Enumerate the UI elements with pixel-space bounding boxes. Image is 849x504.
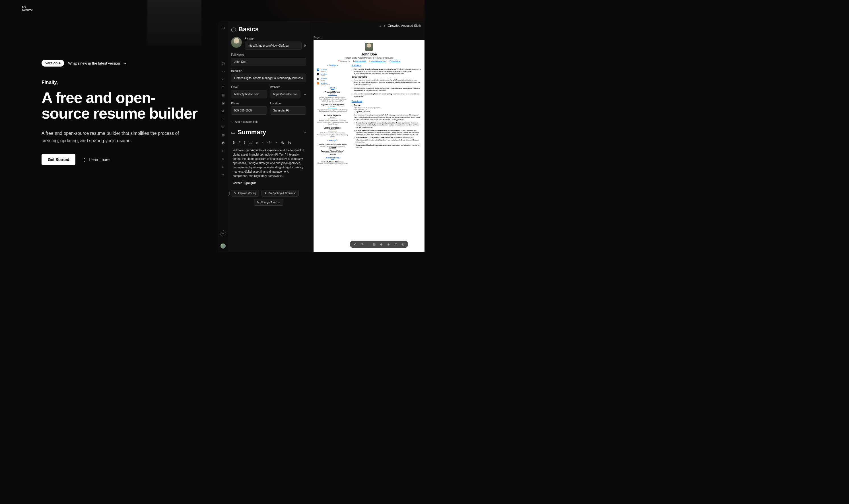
certifications-icon[interactable]: ◇: [222, 125, 225, 129]
zoom-in-icon[interactable]: ⊕: [380, 242, 383, 246]
get-started-button[interactable]: Get Started: [41, 154, 75, 165]
profile-item: X johndoeTwitter: [317, 73, 348, 76]
career-highlights-pv: Career Highlights: [352, 76, 421, 78]
resume-contact: 📍 Sarasota, FL 📞 555-555-5555 ✉ hello@jo…: [317, 60, 421, 62]
avatar-preview[interactable]: [231, 37, 242, 48]
whats-new-link[interactable]: What's new in the latest version →: [68, 61, 126, 66]
h1-button[interactable]: H₁: [281, 141, 284, 144]
volunteering-icon[interactable]: ☆: [222, 157, 225, 160]
projects-icon[interactable]: ◩: [222, 141, 225, 144]
fullname-label: Full Name: [231, 53, 306, 56]
summary-icon[interactable]: ▭: [222, 69, 225, 73]
highlight-bullet: Recognized for exceptional leadership ab…: [352, 87, 421, 92]
code-button[interactable]: </>: [267, 141, 271, 144]
reset-icon[interactable]: ⟲: [394, 242, 397, 246]
skill-item: Technical Expertise Expert Architecture …: [317, 114, 348, 125]
headline-label: Headline: [231, 69, 306, 73]
certification-item: Series 7, 66 and 3 Licenses Financial In…: [317, 161, 348, 164]
app-form-panel: ◯ Basics Picture ⚙ Full Name Headline Em…: [228, 21, 310, 252]
job-bullet: Partnered with CEO to pioneer a stableco…: [354, 137, 421, 143]
skill-item: Legal & Compliance Advanced KYC, Problem…: [317, 127, 348, 138]
clear-button[interactable]: ⊗: [255, 141, 258, 144]
summary-editor[interactable]: With over two decades of experience at t…: [231, 146, 306, 187]
gear-icon[interactable]: ⚙: [303, 44, 306, 48]
job-location: Los Angeles, CA: [354, 109, 421, 110]
phone-input[interactable]: [231, 106, 267, 115]
logo-icon[interactable]: Rx: [222, 26, 225, 30]
italic-button[interactable]: I: [239, 141, 240, 144]
zoom-fit-icon[interactable]: ⊡: [373, 242, 375, 246]
fix-spelling-button[interactable]: ⚟ Fix Spelling & Grammar: [262, 190, 299, 197]
share-icon[interactable]: ⋔: [222, 77, 225, 81]
resume-name: John Doe: [317, 52, 421, 56]
add-custom-field-button[interactable]: + Add a custom field: [231, 120, 306, 123]
languages-icon[interactable]: A: [222, 109, 225, 113]
redo-icon[interactable]: ↷: [361, 242, 364, 246]
zoom-out-icon[interactable]: ⊖: [387, 242, 390, 246]
link-button[interactable]: ⎘: [262, 141, 263, 144]
h2-button[interactable]: H₂: [288, 141, 291, 144]
app-preview-panel: ⌂ / Crowded Accused Sloth Page 1 John Do…: [310, 21, 425, 252]
book-icon: ▯: [83, 157, 86, 162]
basics-icon[interactable]: ◯: [222, 61, 225, 65]
hero-subtext: A free and open-source resume builder th…: [41, 130, 192, 144]
summary-bullet: With over two decades of experience at t…: [352, 68, 421, 75]
experience-heading-pv: Experience: [352, 100, 362, 103]
refresh-icon: ⟳: [257, 201, 259, 204]
experience-icon[interactable]: ☰: [222, 85, 225, 89]
undo-icon[interactable]: ↶: [354, 242, 356, 246]
publications-icon[interactable]: ⊡: [222, 149, 225, 152]
skills-heading: ▸ Skills ◂: [317, 87, 348, 90]
app-preview-window: Rx ◯ ▭ ⋔ ☰ ▤ ▣ A ✦ ◇ ▥ ◩ ⊡ ☆ ⊞ ◊ + ◯ Bas…: [218, 21, 425, 252]
references-icon[interactable]: ⊞: [222, 165, 225, 168]
pencil-icon: ✎: [234, 192, 236, 195]
arrow-right-icon: →: [123, 61, 127, 66]
email-input[interactable]: [231, 90, 267, 98]
picture-label: Picture: [245, 37, 306, 40]
menu-icon[interactable]: ≡: [304, 130, 306, 134]
awards-icon[interactable]: ✦: [222, 117, 225, 121]
home-icon[interactable]: ⌂: [379, 24, 381, 27]
breadcrumb[interactable]: ⌂ / Crowded Accused Sloth: [379, 24, 421, 27]
awards-heading: ▸ Awards ◂: [317, 139, 348, 143]
breadcrumb-title: Crowded Accused Sloth: [388, 24, 421, 27]
custom-icon[interactable]: ◊: [222, 173, 225, 176]
education-icon[interactable]: ▤: [222, 93, 225, 97]
summary-heading: Summary: [237, 129, 302, 136]
improve-writing-button[interactable]: ✎ Improve Writing: [231, 190, 259, 197]
location-input[interactable]: [270, 106, 306, 115]
quote-button[interactable]: ❝: [276, 141, 277, 144]
phone-label: Phone: [231, 102, 267, 105]
profile-item: in johndoeLinkedIn: [317, 69, 348, 72]
profile-item: ≡ johndoeStackOverflow: [317, 82, 348, 86]
skills-icon[interactable]: ▣: [222, 101, 225, 105]
center-icon[interactable]: ◎: [402, 242, 404, 246]
breadcrumb-sep: /: [384, 24, 385, 27]
bold-button[interactable]: B: [233, 141, 235, 144]
resume-avatar: [365, 43, 373, 51]
interests-icon[interactable]: ▥: [222, 133, 225, 137]
add-section-button[interactable]: +: [220, 230, 226, 236]
learn-more-button[interactable]: ▯ Learn more: [83, 157, 109, 162]
skill-item: Financial Markets Expert Foreign Exchang…: [317, 91, 348, 102]
logo[interactable]: Rx Resume: [22, 5, 33, 13]
change-tone-button[interactable]: ⟳ Change Tone ⌄: [254, 199, 283, 205]
strike-button[interactable]: S: [244, 141, 246, 144]
user-avatar-small[interactable]: [220, 244, 226, 249]
resume-page: John Doe Fintech Digital Assets Manager …: [314, 40, 425, 252]
tag-icon[interactable]: ◈: [304, 93, 306, 96]
profiles-heading: ▸ Profiles ◂: [317, 64, 348, 67]
resume-title: Fintech Digital Assets Manager & Technol…: [317, 57, 421, 59]
underline-button[interactable]: A̲: [249, 141, 251, 144]
summary-section-icon: ▭: [231, 130, 235, 135]
highlight-bullet: Instrumental in advancing Telcoin's stra…: [352, 93, 421, 97]
job-bullet: Integrated ACH collection operations wit…: [354, 144, 421, 148]
picture-input[interactable]: [245, 41, 302, 50]
fullname-input[interactable]: [231, 58, 306, 66]
website-input[interactable]: [270, 90, 300, 98]
job-company: Telcoin: [352, 104, 421, 106]
job-dates: Aug 2020 - Present: [354, 111, 421, 113]
website-label: Website: [270, 86, 306, 89]
headline-input[interactable]: [231, 74, 306, 82]
award-item: Current Landscape of Digital Assets Midw…: [317, 144, 348, 149]
